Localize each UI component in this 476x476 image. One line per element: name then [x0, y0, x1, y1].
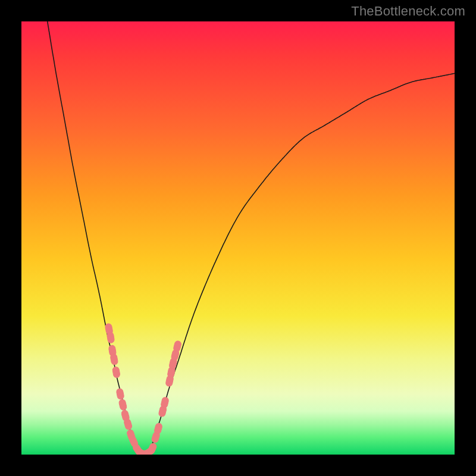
- curve-marker: [110, 353, 118, 365]
- bottleneck-curve: [21, 21, 455, 455]
- curve-marker: [116, 388, 124, 400]
- watermark-text: TheBottleneck.com: [351, 4, 465, 19]
- plot-area: [21, 21, 455, 455]
- chart-frame: TheBottleneck.com: [0, 0, 476, 476]
- curve-marker: [107, 332, 115, 344]
- curve-line: [48, 21, 455, 455]
- curve-marker: [118, 399, 127, 411]
- curve-marker: [154, 422, 162, 434]
- curve-marker: [161, 397, 170, 409]
- curve-marker: [123, 418, 133, 430]
- curve-marker: [112, 367, 120, 378]
- curve-marker: [173, 340, 182, 352]
